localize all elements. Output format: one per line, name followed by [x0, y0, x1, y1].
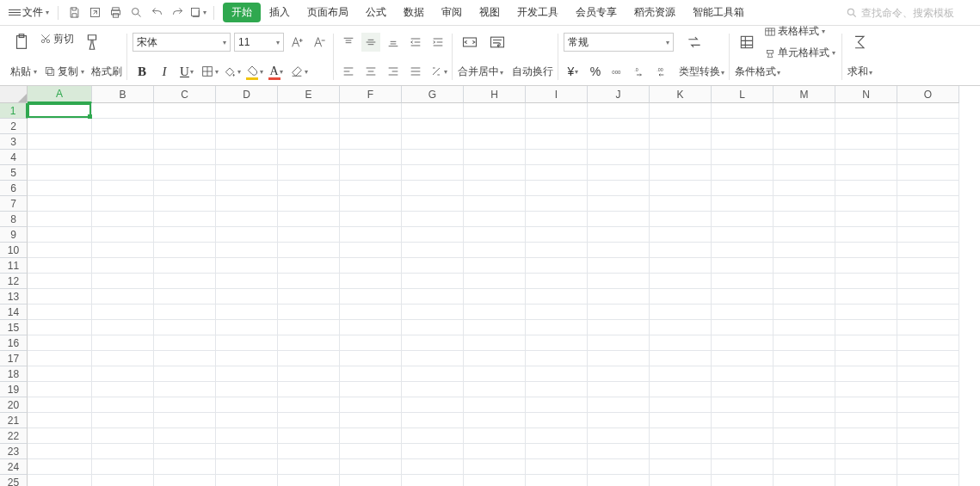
column-header[interactable]: N: [835, 86, 897, 103]
cell[interactable]: [526, 150, 588, 165]
tab-页面布局[interactable]: 页面布局: [299, 2, 357, 23]
cell[interactable]: [278, 243, 340, 258]
cell[interactable]: [92, 475, 154, 486]
cell[interactable]: [897, 397, 959, 413]
cell[interactable]: [526, 366, 588, 382]
cell[interactable]: [588, 258, 650, 274]
cell[interactable]: [340, 428, 402, 444]
cell[interactable]: [835, 196, 897, 212]
cell[interactable]: [588, 289, 650, 305]
cell[interactable]: [154, 103, 216, 119]
cell[interactable]: [835, 382, 897, 397]
column-header[interactable]: G: [402, 86, 464, 103]
cell[interactable]: [897, 413, 959, 428]
conditional-format-label[interactable]: 条件格式▾: [735, 65, 780, 79]
cell[interactable]: [278, 475, 340, 486]
increase-font-button[interactable]: [287, 33, 306, 52]
cell[interactable]: [402, 274, 464, 289]
tab-审阅[interactable]: 审阅: [433, 2, 471, 23]
cell[interactable]: [340, 227, 402, 243]
cell[interactable]: [588, 444, 650, 459]
cell[interactable]: [835, 150, 897, 165]
cell[interactable]: [464, 428, 526, 444]
cell[interactable]: [526, 196, 588, 212]
fill-color-button[interactable]: ▾: [222, 62, 241, 81]
paste-button[interactable]: [9, 33, 34, 52]
cell[interactable]: [835, 227, 897, 243]
cell[interactable]: [154, 274, 216, 289]
cell[interactable]: [774, 119, 835, 134]
cell[interactable]: [897, 258, 959, 274]
cell[interactable]: [340, 397, 402, 413]
cell[interactable]: [402, 258, 464, 274]
cell[interactable]: [216, 165, 278, 181]
cell[interactable]: [216, 274, 278, 289]
cell[interactable]: [774, 134, 835, 150]
cell[interactable]: [28, 165, 92, 181]
column-header[interactable]: O: [897, 86, 959, 103]
cell[interactable]: [154, 351, 216, 366]
row-header[interactable]: 25: [0, 475, 28, 486]
row-header[interactable]: 18: [0, 366, 28, 382]
cell[interactable]: [340, 413, 402, 428]
cell[interactable]: [835, 444, 897, 459]
cell[interactable]: [526, 258, 588, 274]
cell[interactable]: [28, 134, 92, 150]
cell[interactable]: [650, 335, 712, 351]
cell[interactable]: [650, 274, 712, 289]
cell[interactable]: [588, 320, 650, 335]
cell[interactable]: [154, 444, 216, 459]
cell[interactable]: [588, 305, 650, 320]
cell[interactable]: [464, 165, 526, 181]
cell[interactable]: [92, 320, 154, 335]
cell[interactable]: [340, 181, 402, 196]
cell[interactable]: [278, 103, 340, 119]
cell[interactable]: [28, 428, 92, 444]
cell[interactable]: [774, 258, 835, 274]
row-header[interactable]: 6: [0, 181, 28, 196]
row-header[interactable]: 15: [0, 320, 28, 335]
cell[interactable]: [28, 382, 92, 397]
cell[interactable]: [340, 459, 402, 475]
cell[interactable]: [340, 119, 402, 134]
cell[interactable]: [154, 150, 216, 165]
cell[interactable]: [464, 305, 526, 320]
cell[interactable]: [28, 274, 92, 289]
cell[interactable]: [402, 428, 464, 444]
cell[interactable]: [154, 212, 216, 227]
cell[interactable]: [588, 397, 650, 413]
cell[interactable]: [340, 305, 402, 320]
cell[interactable]: [835, 366, 897, 382]
cell[interactable]: [526, 397, 588, 413]
cell[interactable]: [216, 428, 278, 444]
column-header[interactable]: M: [774, 86, 835, 103]
cell[interactable]: [774, 413, 835, 428]
cell[interactable]: [650, 165, 712, 181]
cell[interactable]: [464, 243, 526, 258]
type-convert-label[interactable]: 类型转换▾: [679, 65, 724, 79]
cell[interactable]: [28, 119, 92, 134]
file-menu[interactable]: 文件 ▾: [5, 3, 52, 22]
cell[interactable]: [340, 212, 402, 227]
cell[interactable]: [464, 320, 526, 335]
valign-top-button[interactable]: [339, 33, 358, 52]
cell[interactable]: [712, 335, 774, 351]
copy-button[interactable]: 复制▾: [42, 64, 86, 80]
search-input[interactable]: [861, 7, 965, 19]
cell[interactable]: [28, 351, 92, 366]
cell[interactable]: [92, 196, 154, 212]
cell[interactable]: [216, 305, 278, 320]
cell[interactable]: [588, 119, 650, 134]
cell[interactable]: [774, 103, 835, 119]
cell[interactable]: [154, 366, 216, 382]
cell[interactable]: [216, 366, 278, 382]
row-header[interactable]: 11: [0, 258, 28, 274]
cell[interactable]: [774, 335, 835, 351]
cell[interactable]: [340, 103, 402, 119]
row-header[interactable]: 13: [0, 289, 28, 305]
cell[interactable]: [216, 475, 278, 486]
cell[interactable]: [278, 258, 340, 274]
cell[interactable]: [278, 150, 340, 165]
cell[interactable]: [712, 351, 774, 366]
cell[interactable]: [216, 196, 278, 212]
